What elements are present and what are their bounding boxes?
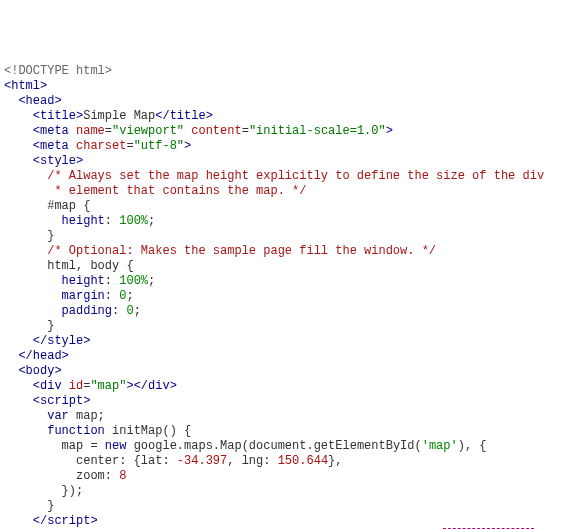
- code-listing: <!DOCTYPE html><html> <head> <title>Simp…: [4, 64, 581, 529]
